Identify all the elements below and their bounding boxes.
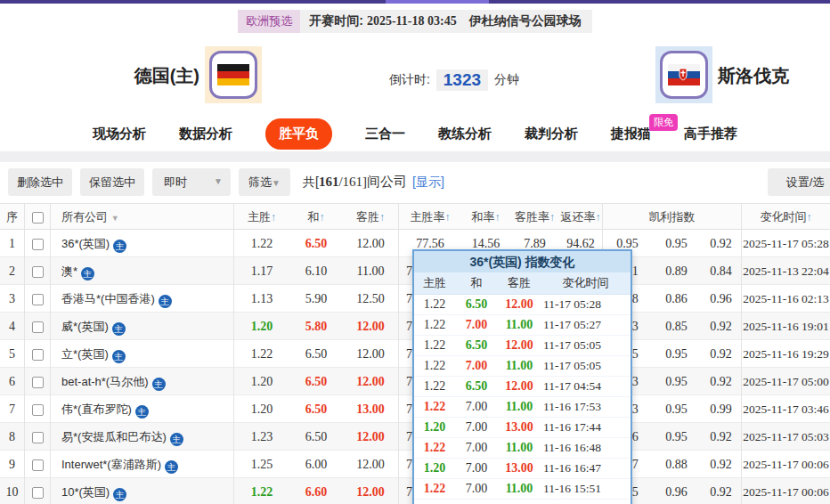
tab-live-analysis[interactable]: 现场分析 [93,126,146,142]
row-checkbox[interactable] [32,432,44,443]
home-odds-cell[interactable]: 1.22 [234,347,289,362]
company-cell[interactable]: bet-at-h*(马尔他)主 [51,368,234,395]
draw-odds-cell[interactable]: 6.50 [289,237,343,251]
home-odds-cell[interactable]: 1.13 [234,292,289,306]
header-away-odds[interactable]: 客胜↑ [343,204,399,230]
tab-coach-analysis[interactable]: 教练分析 [438,126,492,142]
away-odds-cell[interactable]: 11.00 [343,257,399,285]
header-company[interactable]: 所有公司 ▼ [51,204,234,230]
company-cell[interactable]: 立*(英国)主 [51,340,234,368]
row-checkbox[interactable] [32,487,44,499]
home-odds-cell[interactable]: 1.20 [234,320,289,334]
home-odds-cell[interactable]: 1.23 [234,430,289,444]
company-count-suffix: /161]间公司 [338,175,407,189]
home-team-logo[interactable] [205,46,262,103]
draw-odds-cell[interactable]: 6.50 [289,402,343,417]
popup-footer: 点击指数查看更多变化 [414,500,631,504]
popup-change-time: 11-17 04:54 [541,379,631,394]
header-away-rate[interactable]: 客胜率↑ [510,209,559,225]
popup-row: 1.20 7.00 13.00 11-16 17:44 [414,418,631,438]
change-time-cell: 2025-11-17 00:06 [742,458,830,472]
header-draw-rate[interactable]: 和率↑ [461,209,510,225]
tab-referee-analysis[interactable]: 裁判分析 [525,126,578,142]
popup-body: 1.22 6.50 12.00 11-17 05:28 1.22 7.00 11… [414,295,631,500]
company-cell[interactable]: 香港马*(中国香港)主 [51,285,234,313]
row-checkbox[interactable] [32,377,44,388]
delete-selected-button[interactable]: 删除选中 [8,168,72,196]
select-all-checkbox[interactable] [32,212,44,224]
row-number: 7 [0,395,25,423]
home-odds-cell[interactable]: 1.25 [234,458,289,472]
company-name: Interwet*(塞浦路斯) [61,458,161,471]
company-cell[interactable]: 36*(英国)主 [51,230,234,257]
row-number: 9 [0,451,25,478]
kelly-draw-cell: 0.95 [652,402,701,417]
away-team-name: 斯洛伐克 [718,64,825,88]
away-team-logo[interactable] [655,46,712,103]
company-cell[interactable]: 伟*(直布罗陀)主 [51,395,234,423]
home-odds-cell[interactable]: 1.17 [234,264,289,279]
keep-selected-button[interactable]: 保留选中 [80,168,144,196]
home-odds-cell[interactable]: 1.22 [234,485,289,500]
draw-odds-cell[interactable]: 6.50 [289,375,343,389]
company-name: 威*(英国) [61,320,109,333]
header-change-time[interactable]: 变化时间↑ [742,209,830,225]
away-odds-cell[interactable]: 12.00 [343,368,399,395]
row-checkbox[interactable] [32,321,44,333]
company-cell[interactable]: 澳*主 [51,257,234,285]
away-odds-cell[interactable]: 12.50 [343,285,399,313]
draw-odds-cell[interactable]: 6.10 [289,264,343,279]
row-checkbox[interactable] [32,239,44,250]
home-odds-cell[interactable]: 1.20 [234,402,289,417]
header-home-rate-label: 主胜率 [411,210,445,224]
filter-dropdown[interactable]: 筛选▼ [239,168,290,196]
company-cell[interactable]: Interwet*(塞浦路斯)主 [51,451,234,478]
away-odds-cell[interactable]: 12.00 [343,340,399,368]
tab-data-analysis[interactable]: 数据分析 [179,126,232,142]
away-odds-cell[interactable]: 12.00 [343,478,399,504]
popup-header-draw: 和 [455,275,498,291]
row-checkbox[interactable] [32,404,44,416]
tab-three-in-one[interactable]: 三合一 [365,126,405,142]
row-checkbox[interactable] [32,294,44,305]
draw-odds-cell[interactable]: 5.90 [289,292,343,306]
away-odds-cell[interactable]: 12.00 [343,230,399,257]
row-select-cell [25,285,51,313]
header-home-odds[interactable]: 主胜↑ [234,209,289,225]
instant-dropdown[interactable]: 即时▼ [152,168,231,196]
away-odds-cell[interactable]: 12.00 [343,451,399,478]
header-return-rate[interactable]: 返还率↑ [559,204,603,230]
away-odds-cell[interactable]: 12.00 [343,313,399,340]
tab-jiebao-cat[interactable]: 捷报猫限免 [611,126,651,142]
draw-odds-cell[interactable]: 6.00 [289,458,343,472]
draw-odds-cell[interactable]: 5.80 [289,320,343,334]
draw-odds-cell[interactable]: 6.60 [289,485,343,500]
home-odds-cell[interactable]: 1.22 [234,237,289,251]
show-link[interactable]: [显示] [412,175,444,189]
header-draw-odds[interactable]: 和↑ [289,209,343,225]
tab-win-draw-lose[interactable]: 胜平负 [265,118,332,150]
row-checkbox[interactable] [32,266,44,278]
popup-change-time: 11-16 17:44 [541,420,631,435]
header-home-rate[interactable]: 主胜率↑ [399,209,461,225]
row-checkbox[interactable] [32,459,44,471]
kelly-draw-cell: 0.88 [652,458,701,472]
home-odds-cell[interactable]: 1.20 [234,375,289,389]
kelly-draw-cell: 0.86 [652,292,701,306]
popup-away-odds: 11.00 [498,318,541,332]
settings-button[interactable]: 设置/选 [768,168,830,196]
header-no: 序 [0,204,25,230]
row-checkbox[interactable] [32,349,44,361]
away-odds-cell[interactable]: 12.00 [343,423,399,451]
company-cell[interactable]: 易*(安提瓜和巴布达)主 [51,423,234,451]
popup-home-odds: 1.22 [414,441,455,455]
draw-odds-cell[interactable]: 6.50 [289,430,343,444]
popup-away-odds: 11.00 [498,441,541,455]
kelly-away-cell: 0.92 [701,340,742,368]
tab-expert-picks[interactable]: 高手推荐 [684,126,737,142]
company-cell[interactable]: 10*(英国)主 [51,478,234,504]
away-odds-cell[interactable]: 13.00 [343,395,399,423]
company-cell[interactable]: 威*(英国)主 [51,313,234,340]
draw-odds-cell[interactable]: 6.50 [289,347,343,362]
header-return-rate-label: 返还率 [561,210,596,224]
